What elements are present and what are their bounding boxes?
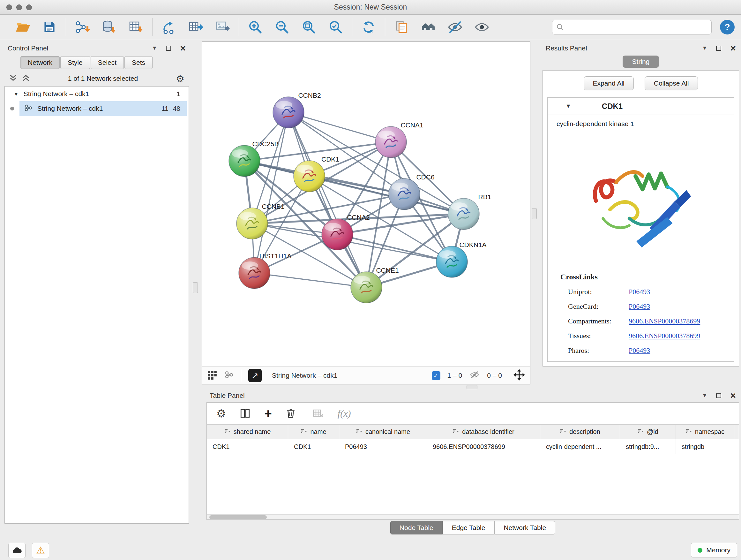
crosslink-value-link[interactable]: P06493 [629,288,734,296]
export-image-icon[interactable] [214,18,231,36]
table-column-header[interactable]: namespac [676,425,734,439]
network-collection-row[interactable]: ▼ String Network – cdk1 1 [5,86,189,101]
export-network-button[interactable]: ↗ [248,369,262,382]
global-search[interactable] [552,20,712,35]
table-column-header[interactable]: shared name [207,425,288,439]
crosslink-value-link[interactable]: P06493 [629,302,734,311]
column-sort-icon[interactable] [224,428,230,435]
help-button[interactable]: ? [720,20,735,35]
collapse-panel-icon[interactable]: ▼ [702,45,708,51]
tab-network[interactable]: Network [20,56,60,69]
string-results-tab[interactable]: String [623,56,659,68]
table-cell[interactable]: CDK1 [288,439,339,454]
table-column-header[interactable]: database identifier [427,425,540,439]
network-node-CDC6[interactable] [389,179,420,210]
pan-move-icon[interactable] [514,369,525,382]
right-splitter-handle[interactable] [532,208,537,219]
column-sort-icon[interactable] [560,428,566,435]
column-sort-icon[interactable] [685,428,692,435]
horizontal-splitter-handle[interactable] [467,385,477,389]
table-column-header[interactable]: description [540,425,620,439]
zoom-in-icon[interactable] [247,18,264,36]
tab-node-table[interactable]: Node Table [390,521,443,535]
network-node-CCNA2[interactable] [322,219,353,250]
network-node-CDKN1A[interactable] [436,246,468,277]
table-row[interactable]: CDK1CDK1P064939606.ENSP00000378699cyclin… [207,439,739,454]
tab-style[interactable]: Style [60,56,90,69]
collapse-panel-icon[interactable]: ▼ [152,45,157,51]
cloud-status-button[interactable] [8,543,25,558]
crosslink-value-link[interactable]: 9606.ENSP00000378699 [629,317,734,325]
entry-collapse-icon[interactable]: ▼ [565,103,571,110]
table-options-gear-icon[interactable]: ⚙ [216,407,226,420]
tree-expand-icon[interactable]: ▼ [14,91,18,97]
tab-select[interactable]: Select [91,56,124,69]
scrollbar-thumb[interactable] [209,515,267,519]
table-cell[interactable]: stringdb [676,439,734,454]
expand-all-button[interactable]: Expand All [584,76,634,90]
tab-edge-table[interactable]: Edge Table [443,521,495,535]
table-cell[interactable]: CDK1 [207,439,288,454]
hidden-elements-eye-icon[interactable] [469,370,480,381]
import-network-file-icon[interactable] [74,18,91,36]
hide-unselected-icon[interactable] [447,18,464,36]
import-table-icon[interactable] [127,18,145,36]
search-input[interactable] [566,23,708,30]
network-edge[interactable] [288,112,366,287]
import-network-database-icon[interactable] [100,18,118,36]
delete-column-trash-icon[interactable] [286,408,295,419]
column-sort-icon[interactable] [453,428,459,435]
show-all-eye-icon[interactable] [473,18,490,36]
network-options-gear-icon[interactable]: ⚙ [176,73,185,84]
tab-network-table[interactable]: Network Table [494,521,555,535]
network-node-CDC25B[interactable] [229,145,260,177]
export-table-icon[interactable] [187,18,204,36]
network-row-selected[interactable]: String Network – cdk1 11 48 [5,101,189,116]
apply-layout-icon[interactable] [360,18,377,36]
birdseye-grid-icon[interactable] [207,370,217,381]
left-splitter-handle[interactable] [193,282,198,293]
network-node-CCNA1[interactable] [375,126,407,158]
table-cell[interactable]: 9606.ENSP00000378699 [427,439,540,454]
open-session-icon[interactable] [14,18,31,36]
warnings-button[interactable]: ⚠ [32,543,49,558]
save-session-icon[interactable] [41,18,58,36]
network-canvas[interactable]: CCNB2CCNA1CDC25BCDK1CDC6RB1CCNB1CCNA2CDK… [202,42,530,367]
close-panel-icon[interactable]: × [730,391,736,400]
network-node-CCNB2[interactable] [273,97,304,128]
close-panel-icon[interactable]: × [730,44,736,53]
float-panel-icon[interactable] [716,393,721,398]
show-columns-icon[interactable] [240,408,250,419]
table-column-header[interactable]: @id [620,425,676,439]
column-sort-icon[interactable] [300,428,307,435]
table-horizontal-scrollbar[interactable] [207,514,739,519]
expand-all-networks-icon[interactable] [9,74,17,83]
table-cell[interactable]: stringdb:9... [620,439,676,454]
network-edge[interactable] [288,112,391,142]
network-edge[interactable] [254,273,366,287]
column-sort-icon[interactable] [637,428,644,435]
column-sort-icon[interactable] [356,428,362,435]
annotation-copy-icon[interactable] [393,18,410,36]
zoom-fit-icon[interactable] [300,18,318,36]
network-overview-share-icon[interactable] [224,370,234,381]
memory-button[interactable]: Memory [691,543,737,557]
network-node-CCNB1[interactable] [237,208,268,239]
new-network-icon[interactable] [160,18,178,36]
zoom-out-icon[interactable] [273,18,291,36]
collapse-all-button[interactable]: Collapse All [645,76,698,90]
network-node-CDK1[interactable] [293,161,325,192]
collapse-panel-icon[interactable]: ▼ [702,392,708,399]
close-panel-icon[interactable]: × [180,44,186,53]
close-window-button[interactable] [6,4,12,10]
crosslink-value-link[interactable]: 9606.ENSP00000378699 [629,332,734,340]
crosslink-value-link[interactable]: P06493 [629,347,734,355]
minimize-window-button[interactable] [16,4,22,10]
string-home-icon[interactable] [420,18,437,36]
tab-sets[interactable]: Sets [125,56,152,69]
function-builder-icon[interactable]: f(x) [338,408,351,419]
table-cell[interactable]: P06493 [339,439,427,454]
network-node-RB1[interactable] [448,198,479,230]
float-panel-icon[interactable] [716,46,721,51]
zoom-selected-icon[interactable] [327,18,344,36]
